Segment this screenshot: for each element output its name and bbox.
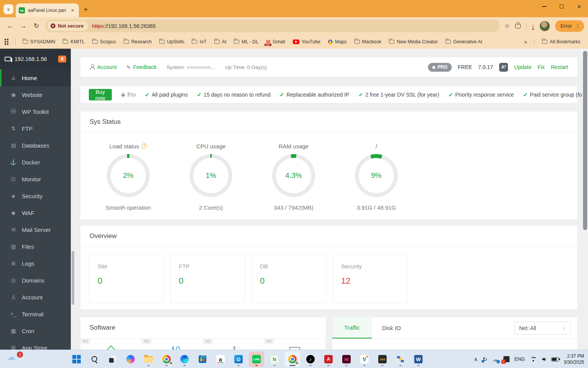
downloads-icon[interactable]: ↓ [532,22,535,30]
sidebar-item[interactable]: ⇅ FTP [0,120,71,137]
tab-disk-io[interactable]: Disk IO [372,317,411,338]
minimize-button[interactable] [535,0,553,13]
help-icon[interactable]: ? [141,143,147,149]
all-bookmarks-button[interactable]: All Bookmarks [539,38,583,46]
onedrive-cloud-icon[interactable]: ☁ [492,356,498,363]
outlook-button[interactable]: O [231,352,246,367]
sidebar-item[interactable]: ◎ Domains [0,272,71,289]
x64dbg-button[interactable]: x64 [375,352,390,367]
net-select-dropdown[interactable]: Net: All ∨ [514,322,570,335]
bookmark-youtube[interactable]: YouTube [290,38,323,46]
sidebar-item[interactable]: ≣ Logs [0,255,71,272]
bookmark-folder-ml-dl[interactable]: ML - DL [231,38,261,46]
file-transfer-button[interactable]: ⚡ [393,352,408,367]
bookmarks-overflow-chevron[interactable]: » [522,39,529,45]
chrome-profile1-button[interactable] [159,352,174,367]
software-ad-card[interactable]: AD [203,338,264,350]
browser-tab[interactable]: aa aaPanel Linux panel ✕ [16,3,79,17]
sidebar-scrollbar[interactable] [71,49,74,350]
address-bar[interactable]: ✕ Not secure https://192.168.1.56:26365 [45,20,500,32]
start-button[interactable] [69,352,84,367]
word-button[interactable]: W [411,352,426,367]
bookmark-folder-ai[interactable]: AI [211,38,230,46]
not-secure-chip[interactable]: ✕ Not secure [47,21,88,31]
buy-now-button[interactable]: Buy now [89,89,112,100]
fix-link[interactable]: Fix [537,64,545,70]
edge-button[interactable] [177,352,192,367]
taskbar-weather-widget[interactable]: ☁ 2 [7,352,24,366]
sidebar-item[interactable]: ⌂ Home [0,69,71,86]
restart-link[interactable]: Restart [551,64,568,70]
wifi-icon[interactable] [530,357,537,362]
sidebar-item[interactable]: ◉ Website [0,86,71,103]
taskbar-clock[interactable]: 2:37 PM 3/30/2025 [564,353,584,365]
page-scrollbar-thumb[interactable] [583,51,587,230]
browser-menu-error-button[interactable]: Error ⋮ [555,20,584,32]
update-link[interactable]: Update [514,64,531,70]
bookmark-folder-scopus[interactable]: Scopus [89,38,119,46]
bookmark-maps[interactable]: Maps [325,38,350,46]
sidebar-item[interactable]: ▦ Cron [0,322,71,339]
tab-close-icon[interactable]: ✕ [69,7,76,14]
sidebar-item[interactable]: ✉ Mail Server [0,221,71,238]
close-button[interactable]: ✕ [570,0,588,13]
language-indicator[interactable]: ENG [514,356,525,362]
bookmark-folder-generative-ai[interactable]: Generative AI [443,38,485,46]
forward-button[interactable]: → [17,20,30,33]
volume-icon[interactable]: ) [542,357,546,361]
extensions-icon[interactable] [515,24,521,28]
bookmark-folder-research[interactable]: Research [121,38,155,46]
acrobat-button[interactable]: A [321,352,336,367]
amazon-button[interactable]: a [213,352,228,367]
sidebar-server-header[interactable]: 192.168.1.56 0 [0,49,71,69]
software-ad-card[interactable]: AD [80,338,142,350]
sidebar-item[interactable]: ▥ Files [0,238,71,255]
bookmark-folder-kmitl[interactable]: KMITL [60,38,88,46]
tray-app-icon[interactable]: 7 [503,356,510,362]
sidebar-item[interactable]: >_ Terminal [0,306,71,322]
notepadpp-button[interactable]: N [267,352,282,367]
back-button[interactable]: ← [4,20,17,33]
microsoft-store-button[interactable] [195,352,210,367]
overview-stat-card[interactable]: Site 0 [89,255,164,303]
maximize-button[interactable] [553,0,570,13]
bookmark-folder-sysadmin[interactable]: SYSADMIN [20,38,58,46]
overview-stat-card[interactable]: FTP 0 [170,255,245,303]
sidebar-item[interactable]: ◈ Security [0,187,71,204]
bookmark-folder-macbook[interactable]: Macbook [351,38,385,46]
translate-icon[interactable]: A² [499,63,508,72]
sidebar-item[interactable]: ▤ Databases [0,137,71,154]
sync-icon[interactable]: ↻ [483,356,487,362]
line-button[interactable]: LINE [249,352,264,367]
chrome-profile2-button[interactable] [285,352,300,367]
battery-icon[interactable] [551,357,559,361]
sidebar-item[interactable]: ⚓ Docker [0,154,71,171]
search-button[interactable] [87,352,102,367]
bookmark-gmail[interactable]: M100+Gmail [263,38,288,46]
tab-search-button[interactable]: ∨ [3,4,13,14]
task-view-button[interactable] [105,352,120,367]
sidebar-item[interactable]: ◆ WAF [0,204,71,221]
new-tab-button[interactable]: + [83,5,88,14]
reload-button[interactable]: ↻ [30,20,43,33]
overview-stat-card[interactable]: DB 0 [252,255,326,303]
profile-avatar[interactable] [540,21,550,31]
sidebar-item[interactable]: ♙ Account [0,289,71,306]
software-ad-card[interactable]: AD [142,338,203,350]
sidebar-scrollbar-thumb[interactable] [72,251,74,305]
tray-chevron-up-icon[interactable]: ∧ [474,356,478,362]
bookmark-folder-upskills[interactable]: UpSkills [156,38,187,46]
file-explorer-button[interactable] [141,352,156,367]
apps-grid-icon[interactable] [5,39,8,45]
software-ad-card[interactable]: AD [264,338,325,350]
tiktok-button[interactable]: ♪ [303,352,318,367]
message-count-badge[interactable]: 0 [58,56,66,62]
tab-traffic[interactable]: Traffic [332,317,372,338]
sidebar-item[interactable]: ⊡ Monitor [0,171,71,187]
account-link[interactable]: Account [90,64,117,70]
feedback-link[interactable]: ✎Feedback [127,64,157,70]
sidebar-item[interactable]: ⊞ App Store [0,339,71,350]
v-app-button[interactable]: V [357,352,372,367]
copilot-button[interactable] [123,352,138,367]
bookmark-folder-iot[interactable]: IoT [189,38,209,46]
